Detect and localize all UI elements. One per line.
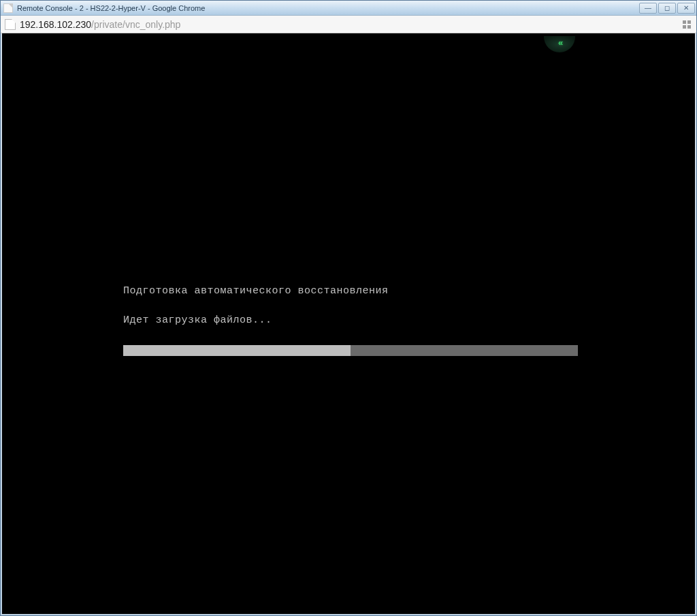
window-titlebar[interactable]: Remote Console - 2 - HS22-2-Hyper-V - Go… — [1, 1, 696, 16]
window-title: Remote Console - 2 - HS22-2-Hyper-V - Go… — [17, 4, 638, 12]
boot-progress-fill — [123, 345, 351, 356]
chrome-window: Remote Console - 2 - HS22-2-Hyper-V - Go… — [0, 0, 697, 616]
console-panel-toggle[interactable]: « — [544, 36, 575, 52]
boot-status-line-1: Подготовка автоматического восстановлени… — [123, 285, 578, 297]
boot-progress-bar — [123, 345, 578, 356]
minimize-button[interactable]: — — [639, 3, 657, 14]
document-icon — [5, 19, 16, 30]
maximize-button[interactable]: ◻ — [658, 3, 676, 14]
remote-console-viewport[interactable]: « Подготовка автоматического восстановле… — [2, 33, 695, 614]
svg-rect-0 — [683, 20, 686, 24]
page-favicon — [3, 3, 13, 13]
svg-rect-3 — [687, 25, 691, 29]
url-host: 192.168.102.230 — [20, 19, 91, 30]
svg-rect-2 — [683, 25, 686, 29]
svg-rect-1 — [687, 20, 691, 24]
address-bar[interactable]: 192.168.102.230/private/vnc_only.php — [1, 16, 696, 33]
boot-status-line-2: Идет загрузка файлов... — [123, 314, 578, 326]
boot-screen: Подготовка автоматического восстановлени… — [123, 285, 578, 356]
page-action-icon[interactable] — [681, 19, 692, 30]
window-controls: — ◻ ✕ — [638, 3, 695, 14]
url-text[interactable]: 192.168.102.230/private/vnc_only.php — [20, 19, 677, 30]
url-path: /private/vnc_only.php — [91, 19, 180, 30]
chevron-left-icon: « — [558, 37, 561, 48]
close-button[interactable]: ✕ — [677, 3, 695, 14]
